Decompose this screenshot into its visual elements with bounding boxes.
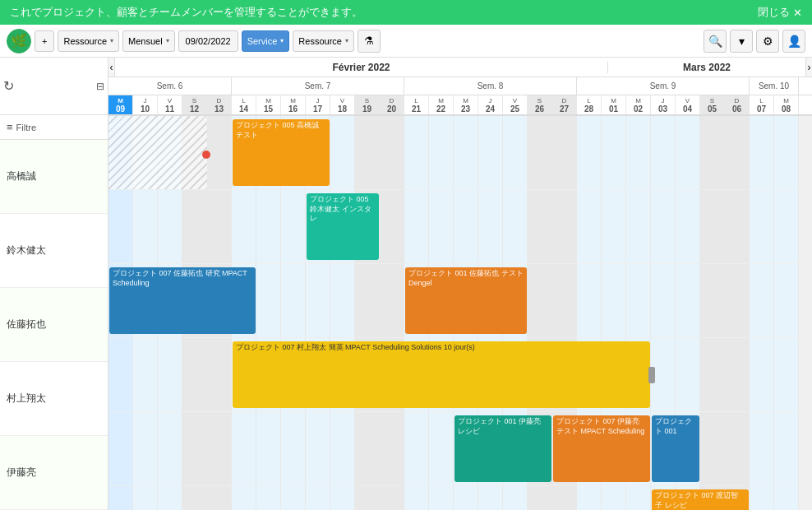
cal-bg-1-14 (454, 190, 478, 263)
calendar-body[interactable]: プロジェクト 005 高橋誠 テストプロジェクト 005 鈴木健太 インスタレプ… (108, 116, 812, 510)
cal-bg-0-24 (700, 116, 725, 189)
cal-bg-1-23 (676, 190, 700, 263)
cal-bg-1-21 (626, 190, 651, 263)
cal-bg-4-1 (133, 412, 158, 485)
resource-list: 高橋誠鈴木健太佐藤拓也村上翔太伊藤亮渡辺智子 (0, 140, 108, 510)
ressource2-select[interactable]: Ressource ▾ (293, 30, 354, 52)
day-cell-8: J17 (306, 95, 330, 114)
resize-handle[interactable] (648, 367, 655, 383)
refresh-icon[interactable]: ↻ (3, 78, 14, 94)
cal-bg-1-25 (725, 190, 750, 263)
filter-icon: ⚗ (364, 35, 374, 47)
cal-bg-2-9 (330, 264, 355, 337)
cal-bg-5-15 (478, 486, 503, 510)
cal-bg-4-7 (281, 412, 306, 485)
cal-bg-1-5 (232, 190, 256, 263)
cal-bg-0-14 (454, 116, 478, 189)
toolbar: 🌿 + Ressource ▾ Mensuel ▾ 09/02/2022 Ser… (0, 25, 812, 58)
event-2-1[interactable]: プロジェクト 001 佐藤拓也 テスト Dengel (405, 267, 527, 334)
cal-bg-1-24 (700, 190, 725, 263)
cal-bg-5-7 (281, 486, 306, 510)
cal-bg-0-23 (676, 116, 700, 189)
collapse-icon[interactable]: ⊟ (96, 81, 104, 92)
cal-bg-2-21 (626, 264, 651, 337)
toolbar-right-icons: 🔍 ▾ ⚙ 👤 (704, 30, 805, 53)
event-1-0[interactable]: プロジェクト 005 鈴木健太 インスタレ (307, 193, 379, 260)
sort-icon[interactable]: ≡ (7, 121, 13, 133)
filter-button[interactable]: ⚗ (358, 30, 381, 53)
cal-bg-1-13 (429, 190, 454, 263)
banner-close-button[interactable]: 閉じる ✕ (758, 5, 802, 20)
cal-bg-5-2 (158, 486, 182, 510)
cal-bg-4-13 (429, 412, 454, 485)
dropdown-button[interactable]: ▾ (730, 30, 753, 53)
day-cell-7: M16 (281, 95, 306, 114)
cal-row-1: プロジェクト 005 鈴木健太 インスタレ (108, 190, 812, 264)
cal-bg-0-9 (330, 116, 355, 189)
event-0-0[interactable]: プロジェクト 005 高橋誠 テスト (233, 119, 330, 186)
event-5-0[interactable]: プロジェクト 007 渡辺智子 レシピ (652, 489, 749, 510)
cal-bg-3-25 (725, 338, 750, 411)
cal-bg-5-10 (355, 486, 380, 510)
day-cell-9: V18 (330, 95, 355, 114)
cal-bg-0-18 (552, 116, 577, 189)
sidebar-header: ↻ ⊟ (0, 58, 108, 115)
mensuel-select[interactable]: Mensuel ▾ (122, 30, 175, 52)
cal-bg-5-11 (380, 486, 404, 510)
user-button[interactable]: 👤 (782, 30, 805, 53)
ressource-select[interactable]: Ressource ▾ (58, 30, 119, 52)
filter-row: ≡ Filtre (0, 115, 108, 140)
cal-bg-5-14 (454, 486, 478, 510)
cal-row-4: プロジェクト 001 伊藤亮 レシピプロジェクト 007 伊藤亮 テスト MPA… (108, 412, 812, 486)
cal-bg-1-7 (281, 190, 306, 263)
resource-item-2: 佐藤拓也 (0, 288, 108, 362)
service-arrow-icon: ▾ (280, 37, 284, 44)
cal-bg-4-8 (306, 412, 330, 485)
prev-month-button[interactable]: ‹ (108, 58, 115, 76)
cal-bg-2-22 (651, 264, 676, 337)
cal-bg-3-23 (676, 338, 700, 411)
cal-bg-0-13 (429, 116, 454, 189)
cal-bg-5-27 (774, 486, 799, 510)
cal-bg-5-17 (528, 486, 552, 510)
cal-bg-2-27 (774, 264, 799, 337)
resource-item-0: 高橋誠 (0, 140, 108, 214)
cal-bg-5-16 (503, 486, 528, 510)
week-cell-1: Sem. 7 (232, 77, 404, 95)
cal-bg-4-6 (256, 412, 281, 485)
cal-bg-1-1 (133, 190, 158, 263)
search-button[interactable]: 🔍 (704, 30, 727, 53)
cal-bg-1-4 (207, 190, 232, 263)
cal-bg-5-3 (182, 486, 207, 510)
event-4-0[interactable]: プロジェクト 001 伊藤亮 レシピ (454, 415, 551, 482)
logo-button[interactable]: 🌿 (7, 29, 31, 53)
service-select[interactable]: Service ▾ (242, 30, 290, 52)
cal-bg-3-0 (108, 338, 133, 411)
add-button[interactable]: + (35, 30, 54, 52)
close-icon: ✕ (793, 7, 802, 19)
cal-row-3: プロジェクト 007 村上翔太 簡英 MPACT Scheduling Solu… (108, 338, 812, 412)
banner: これでプロジェクト、顧客とチームメンバーを管理することができます。 閉じる ✕ (0, 0, 812, 25)
cal-bg-2-17 (528, 264, 552, 337)
cal-bg-3-26 (750, 338, 774, 411)
event-4-1[interactable]: プロジェクト 007 伊藤亮 テスト MPACT Scheduling (553, 415, 650, 482)
cal-bg-5-8 (306, 486, 330, 510)
cal-bg-0-15 (478, 116, 503, 189)
week-cell-4: Sem. 10 (750, 77, 799, 95)
ressource2-label: Ressource (298, 36, 342, 46)
date-value: 09/02/2022 (186, 36, 231, 46)
event-3-0[interactable]: プロジェクト 007 村上翔太 簡英 MPACT Scheduling Solu… (233, 341, 650, 408)
event-2-0[interactable]: プロジェクト 007 佐藤拓也 研究 MPACT Scheduling (109, 267, 256, 334)
day-cell-1: J10 (133, 95, 158, 114)
cal-row-2: プロジェクト 007 佐藤拓也 研究 MPACT Schedulingプロジェク… (108, 264, 812, 338)
settings-button[interactable]: ⚙ (756, 30, 779, 53)
cal-bg-0-26 (750, 116, 774, 189)
event-4-2[interactable]: プロジェクト 001 (652, 415, 699, 482)
leave-hatch (108, 116, 207, 189)
next-month-button[interactable]: › (805, 58, 812, 76)
week-cell-2: Sem. 8 (404, 77, 577, 95)
dropdown-icon: ▾ (739, 35, 745, 48)
date-picker[interactable]: 09/02/2022 (178, 30, 238, 52)
day-cell-20: M01 (602, 95, 626, 114)
cal-bg-4-4 (207, 412, 232, 485)
